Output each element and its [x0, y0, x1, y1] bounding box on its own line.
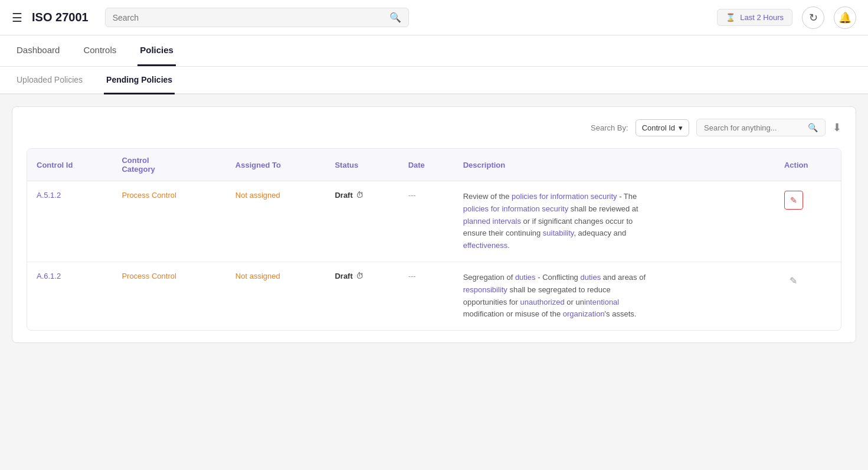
status-value: Draft ⏱ — [335, 191, 389, 200]
global-search-bar: 🔍 — [105, 8, 410, 27]
edit-icon: ✎ — [790, 275, 797, 286]
subtab-pending-policies[interactable]: Pending Policies — [104, 67, 175, 94]
table-row: A.6.1.2 Process Control Not assigned Dra… — [27, 262, 841, 330]
col-action: Action — [775, 149, 841, 181]
status-value: Draft ⏱ — [335, 272, 389, 280]
tab-controls[interactable]: Controls — [81, 35, 119, 66]
tab-dashboard[interactable]: Dashboard — [14, 35, 62, 66]
col-control-id: Control Id — [27, 149, 112, 181]
col-control-category: ControlCategory — [112, 149, 225, 181]
date-value: --- — [408, 272, 416, 280]
assigned-to-value: Not assigned — [235, 272, 280, 280]
assigned-to-value: Not assigned — [235, 191, 280, 200]
table-search-bar: Search By: Control Id ▾ 🔍 ⬇ — [27, 119, 841, 136]
edit-button[interactable]: ✎ — [784, 272, 803, 291]
sub-tabs: Uploaded Policies Pending Policies — [0, 67, 868, 94]
chevron-down-icon: ▾ — [679, 123, 683, 132]
clock-icon: ⏱ — [356, 191, 363, 200]
refresh-button[interactable]: ↻ — [802, 6, 824, 29]
policies-table: Control Id ControlCategory Assigned To S… — [27, 149, 841, 330]
hamburger-menu[interactable]: ☰ — [12, 11, 22, 25]
search-by-select[interactable]: Control Id ▾ — [636, 119, 689, 136]
control-category-value[interactable]: Process Control — [122, 272, 176, 280]
refresh-icon: ↻ — [809, 11, 818, 24]
data-table-container: Control Id ControlCategory Assigned To S… — [27, 148, 841, 331]
edit-icon: ✎ — [790, 195, 797, 205]
global-search-icon[interactable]: 🔍 — [389, 12, 401, 23]
date-value: --- — [408, 191, 416, 200]
table-search-icon[interactable]: 🔍 — [808, 123, 818, 132]
col-description: Description — [454, 149, 775, 181]
subtab-uploaded-policies[interactable]: Uploaded Policies — [14, 67, 85, 94]
control-id-value[interactable]: A.5.1.2 — [37, 191, 61, 200]
control-id-value[interactable]: A.6.1.2 — [37, 272, 61, 280]
table-search-input-wrapper: 🔍 — [696, 119, 826, 136]
search-by-label: Search By: — [591, 123, 628, 132]
table-search-field[interactable] — [704, 123, 803, 132]
time-filter[interactable]: ⌛ Last 2 Hours — [717, 9, 792, 26]
table-row: A.5.1.2 Process Control Not assigned Dra… — [27, 181, 841, 262]
tab-policies[interactable]: Policies — [137, 35, 176, 66]
time-filter-icon: ⌛ — [726, 13, 735, 22]
global-search-input[interactable] — [113, 13, 385, 22]
control-category-value[interactable]: Process Control — [122, 191, 176, 200]
main-tabs: Dashboard Controls Policies — [0, 35, 868, 67]
description-text: Review of the policies for information s… — [463, 191, 652, 252]
search-by-value: Control Id — [642, 123, 675, 132]
download-button[interactable]: ⬇ — [833, 121, 841, 134]
description-text: Segregation of duties - Conflicting duti… — [463, 272, 652, 321]
time-filter-label: Last 2 Hours — [740, 13, 784, 22]
content-area: Search By: Control Id ▾ 🔍 ⬇ Control Id C… — [12, 106, 856, 343]
col-assigned-to: Assigned To — [226, 149, 326, 181]
notifications-button[interactable]: 🔔 — [834, 6, 856, 29]
app-title: ISO 27001 — [32, 11, 89, 24]
bell-icon: 🔔 — [838, 11, 851, 24]
clock-icon: ⏱ — [356, 272, 363, 280]
edit-button-highlighted[interactable]: ✎ — [784, 191, 803, 210]
col-date: Date — [399, 149, 454, 181]
col-status: Status — [325, 149, 398, 181]
